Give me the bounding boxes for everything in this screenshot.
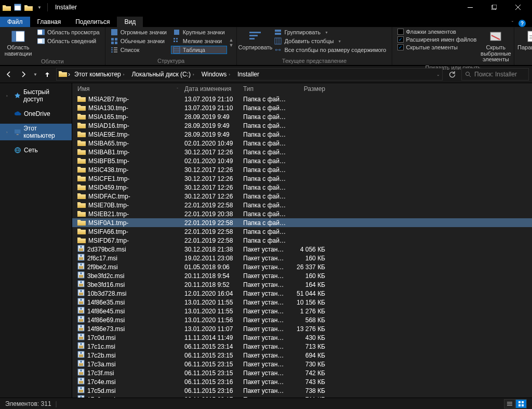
svg-rect-46 xyxy=(15,129,21,134)
tree-quick-access[interactable]: ›Быстрый доступ xyxy=(0,87,72,104)
table-row[interactable]: 17c3a.msi06.11.2015 23:15Пакет установщи… xyxy=(72,360,532,368)
recent-dropdown[interactable]: ▼ xyxy=(32,69,38,80)
table-row[interactable]: MSID459.tmp-30.12.2017 12:26Папка с файл… xyxy=(72,183,532,192)
file-type: Пакет установщи... xyxy=(240,308,289,315)
help-icon[interactable]: ? xyxy=(518,20,526,27)
table-row[interactable]: 17c5d.msi06.11.2015 23:16Пакет установщи… xyxy=(72,386,532,395)
svg-rect-24 xyxy=(176,38,178,39)
table-row[interactable]: 3be3fd16.msi20.11.2018 9:52Пакет установ… xyxy=(72,280,532,289)
table-row[interactable]: MSIA2B7.tmp-13.07.2019 21:10Папка с файл… xyxy=(72,95,532,103)
extensions-toggle[interactable]: ✓Расширения имен файлов xyxy=(395,36,479,43)
table-row[interactable]: 14f86e73.msi13.01.2020 11:07Пакет устано… xyxy=(72,324,532,333)
table-row[interactable]: 17c2b.msi06.11.2015 23:15Пакет установщи… xyxy=(72,351,532,360)
col-type[interactable]: Тип xyxy=(240,85,289,93)
preview-pane-button[interactable]: Область просмотра xyxy=(35,28,102,36)
svg-rect-33 xyxy=(275,30,281,32)
file-name: 17c2b.msi xyxy=(87,352,116,359)
minimize-button[interactable] xyxy=(458,0,482,15)
table-row[interactable]: MSIBA65.tmp-02.01.2020 10:49Папка с файл… xyxy=(72,139,532,148)
forward-button[interactable] xyxy=(18,69,29,80)
msi-icon xyxy=(77,368,85,377)
table-row[interactable]: 14f86e69.msi13.01.2020 11:56Пакет устано… xyxy=(72,315,532,324)
group-by-button[interactable]: Группировать▼ xyxy=(272,28,388,36)
view-details-button[interactable] xyxy=(504,399,515,408)
refresh-button[interactable] xyxy=(446,69,458,80)
up-button[interactable] xyxy=(42,69,53,80)
crumb-thispc[interactable]: Этот компьютер› xyxy=(71,71,127,78)
sort-button[interactable]: Сортировать xyxy=(240,28,270,52)
ribbon-collapse-icon[interactable]: ˇ xyxy=(512,21,513,27)
tab-home[interactable]: Главная xyxy=(30,17,69,27)
qat-dropdown-icon[interactable]: ▼ xyxy=(35,3,44,12)
table-row[interactable]: MSIE70B.tmp-22.01.2019 22:58Папка с файл… xyxy=(72,201,532,209)
layout-huge[interactable]: Огромные значки xyxy=(109,28,169,36)
layout-list[interactable]: Список xyxy=(109,46,169,54)
autosize-columns-button[interactable]: Все столбцы по размеру содержимого xyxy=(272,46,388,54)
table-row[interactable]: 17c0d.msi11.11.2014 11:49Пакет установщи… xyxy=(72,333,532,342)
layout-details[interactable]: Таблица xyxy=(171,46,227,54)
breadcrumb[interactable]: › Этот компьютер› Локальный диск (C:)› W… xyxy=(56,68,443,81)
file-type: Папка с файлами xyxy=(240,184,289,191)
tab-share[interactable]: Поделиться xyxy=(68,17,117,27)
layout-medium[interactable]: Обычные значки xyxy=(109,37,169,45)
view-icons-button[interactable] xyxy=(515,399,527,408)
tab-view[interactable]: Вид xyxy=(117,17,143,27)
chevron-right-icon[interactable]: › xyxy=(68,71,70,78)
hidden-items-toggle[interactable]: ✓Скрытые элементы xyxy=(395,44,479,51)
details-pane-button[interactable]: Область сведений xyxy=(35,37,102,45)
file-name: 14f86e69.msi xyxy=(87,316,125,324)
file-date: 06.11.2015 23:15 xyxy=(181,370,240,377)
table-row[interactable]: 2f9be2.msi01.05.2018 9:06Пакет установщи… xyxy=(72,262,532,271)
maximize-button[interactable] xyxy=(482,0,506,15)
table-row[interactable]: 17c4e.msi06.11.2015 23:16Пакет установщи… xyxy=(72,377,532,386)
crumb-installer[interactable]: Installer xyxy=(234,71,262,78)
qat-newfolder-icon[interactable] xyxy=(24,3,33,12)
table-row[interactable]: MSIA165.tmp-28.09.2019 9:49Папка с файла… xyxy=(72,112,532,121)
titlebar: ▼ Installer xyxy=(0,0,532,15)
table-row[interactable]: 2f6c17.msi19.02.2011 23:08Пакет установщ… xyxy=(72,254,532,262)
table-row[interactable]: MSICFE1.tmp-30.12.2017 12:26Папка с файл… xyxy=(72,174,532,183)
table-row[interactable]: MSIDFAC.tmp-30.12.2017 12:26Папка с файл… xyxy=(72,192,532,201)
table-row[interactable]: 3be3fd2c.msi20.11.2018 9:54Пакет установ… xyxy=(72,271,532,280)
back-button[interactable] xyxy=(3,69,15,80)
table-row[interactable]: MSIEB21.tmp-22.01.2019 20:38Папка с файл… xyxy=(72,209,532,218)
table-row[interactable]: MSIA130.tmp-13.07.2019 21:10Папка с файл… xyxy=(72,103,532,112)
file-date: 13.07.2019 21:10 xyxy=(181,104,240,112)
close-button[interactable] xyxy=(506,0,530,15)
table-row[interactable]: MSIBFB5.tmp-02.01.2020 10:49Папка с файл… xyxy=(72,156,532,165)
layout-small[interactable]: Мелкие значки xyxy=(171,37,227,45)
crumb-drive[interactable]: Локальный диск (C:)› xyxy=(128,71,197,78)
svg-rect-43 xyxy=(529,38,532,39)
table-row[interactable]: MSIC438.tmp-30.12.2017 12:26Папка с файл… xyxy=(72,165,532,174)
table-row[interactable]: MSIFA66.tmp-22.01.2019 22:58Папка с файл… xyxy=(72,227,532,236)
table-row[interactable]: 17c3f.msi06.11.2015 23:15Пакет установщи… xyxy=(72,368,532,377)
table-row[interactable]: 14f86e35.msi13.01.2020 11:55Пакет устано… xyxy=(72,298,532,307)
table-row[interactable]: MSIFD67.tmp-22.01.2019 22:58Папка с файл… xyxy=(72,236,532,245)
nav-pane-button[interactable]: Область навигации xyxy=(3,28,33,58)
table-row[interactable]: MSIF0A1.tmp-22.01.2019 22:58Папка с файл… xyxy=(72,218,532,227)
tree-thispc[interactable]: ›Этот компьютер xyxy=(0,124,72,140)
col-date[interactable]: Дата изменения xyxy=(181,85,240,93)
table-row[interactable]: 10b3d728.msi12.01.2020 16:04Пакет устано… xyxy=(72,289,532,298)
add-columns-button[interactable]: Добавить столбцы▼ xyxy=(272,37,388,45)
address-dropdown-icon[interactable]: ⌄ xyxy=(436,72,440,77)
tab-file[interactable]: Файл xyxy=(0,17,30,27)
layout-large[interactable]: Крупные значки xyxy=(171,28,227,36)
table-row[interactable]: MSIAE9E.tmp-28.09.2019 9:49Папка с файла… xyxy=(72,130,532,139)
search-input[interactable]: Поиск: Installer xyxy=(461,68,529,81)
col-size[interactable]: Размер xyxy=(289,85,328,93)
tree-onedrive[interactable]: OneDrive xyxy=(0,109,72,118)
crumb-windows[interactable]: Windows› xyxy=(198,71,233,78)
table-row[interactable]: 2d379bc8.msi30.12.2018 21:38Пакет устано… xyxy=(72,245,532,254)
table-row[interactable]: 14f86e45.msi13.01.2020 11:55Пакет устано… xyxy=(72,307,532,315)
table-row[interactable]: MSIBAB1.tmp-30.12.2017 12:26Папка с файл… xyxy=(72,148,532,156)
col-name[interactable]: Имяˇ xyxy=(72,85,181,93)
item-checkboxes-toggle[interactable]: Флажки элементов xyxy=(395,28,479,35)
tree-network[interactable]: Сеть xyxy=(0,146,72,155)
nav-tree: ›Быстрый доступ OneDrive ›Этот компьютер… xyxy=(0,83,72,407)
options-button[interactable]: Параметры xyxy=(517,28,532,52)
table-row[interactable]: MSIAD16.tmp-28.09.2019 9:49Папка с файла… xyxy=(72,121,532,130)
hide-selected-button[interactable]: Скрыть выбранные элементы xyxy=(481,28,511,64)
table-row[interactable]: 17c1c.msi06.11.2015 23:14Пакет установщи… xyxy=(72,342,532,351)
qat-properties-icon[interactable] xyxy=(13,3,22,12)
